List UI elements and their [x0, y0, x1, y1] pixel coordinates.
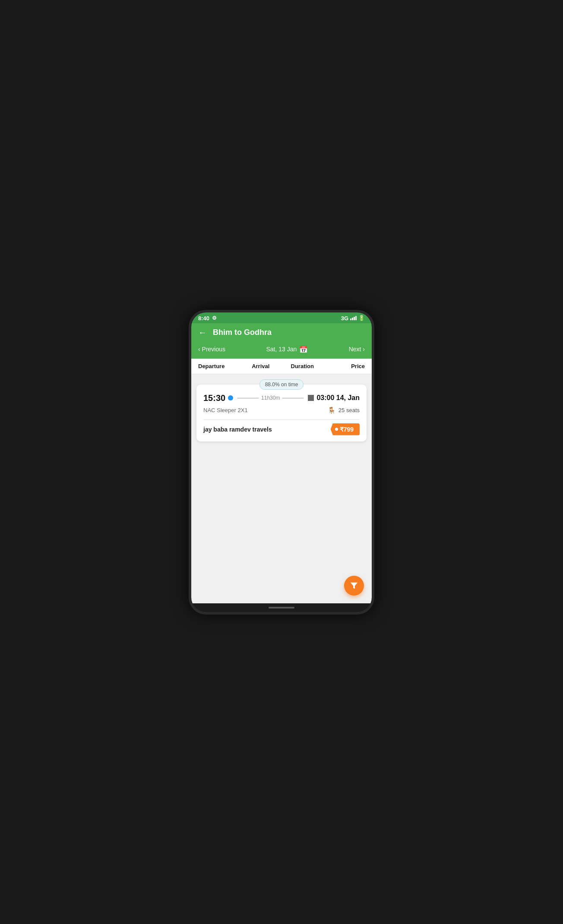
device-frame: 8:40 ⚙ 3G 🔋 ← Bhim to Godhra ‹ Previous … — [189, 310, 374, 615]
back-button[interactable]: ← — [198, 328, 207, 337]
bus-card-timing-row: 15:30 11h30m 03:00 14, Jan — [203, 393, 360, 403]
departure-time-value: 15:30 — [203, 393, 225, 403]
departure-column-header: Departure — [198, 363, 240, 369]
status-bar: 8:40 ⚙ 3G 🔋 — [191, 312, 372, 323]
duration-line-right — [282, 398, 304, 398]
price-value: ₹799 — [340, 426, 354, 433]
arrival-column-header: Arrival — [240, 363, 282, 369]
settings-icon: ⚙ — [212, 315, 217, 321]
current-date: Sat, 13 Jan 📅 — [266, 345, 308, 353]
bus-card-details-row: NAC Sleeper 2X1 🪑 25 seats — [203, 407, 360, 414]
home-indicator — [191, 603, 372, 612]
bus-card-bottom-row: jay baba ramdev travels ₹799 — [203, 423, 360, 435]
operator-name: jay baba ramdev travels — [203, 426, 272, 433]
route-title: Bhim to Godhra — [213, 328, 272, 337]
status-time: 8:40 — [198, 315, 209, 322]
duration-line-left — [237, 398, 259, 398]
price-dot-icon — [335, 428, 338, 431]
network-label: 3G — [341, 315, 348, 322]
header: ← Bhim to Godhra — [191, 323, 372, 342]
previous-date-button[interactable]: ‹ Previous — [198, 346, 225, 353]
date-label: Sat, 13 Jan — [266, 346, 297, 353]
bus-type-label: NAC Sleeper 2X1 — [203, 407, 248, 413]
departure-time: 15:30 — [203, 393, 233, 403]
bus-card[interactable]: 15:30 11h30m 03:00 14, Jan NAC — [196, 385, 367, 442]
duration-display: 11h30m — [237, 395, 304, 401]
duration-column-header: Duration — [282, 363, 323, 369]
arrival-square-icon — [308, 395, 314, 401]
departure-dot-icon — [228, 395, 233, 401]
arrival-time-value: 03:00 14, Jan — [316, 394, 360, 402]
arrival-info: 03:00 14, Jan — [308, 394, 360, 402]
filter-button[interactable] — [344, 576, 364, 596]
calendar-icon[interactable]: 📅 — [299, 345, 308, 353]
home-bar — [269, 607, 294, 609]
column-headers: Departure Arrival Duration Price — [191, 359, 372, 374]
bus-list: 88.0% on time 15:30 11h30m — [191, 374, 372, 603]
seats-count: 25 seats — [338, 407, 360, 413]
signal-icon — [350, 316, 357, 320]
battery-icon: 🔋 — [358, 315, 365, 321]
seat-icon: 🪑 — [328, 407, 336, 414]
filter-icon — [349, 581, 359, 590]
on-time-text: 88.0% on time — [265, 382, 298, 388]
bus-card-wrapper: 88.0% on time 15:30 11h30m — [196, 379, 367, 442]
price-column-header: Price — [323, 363, 365, 369]
duration-value: 11h30m — [261, 395, 280, 401]
date-navigation: ‹ Previous Sat, 13 Jan 📅 Next › — [191, 342, 372, 359]
seats-info: 🪑 25 seats — [328, 407, 360, 414]
on-time-badge: 88.0% on time — [259, 379, 304, 390]
card-divider — [203, 419, 360, 420]
price-tag[interactable]: ₹799 — [331, 423, 360, 435]
next-date-button[interactable]: Next › — [349, 346, 365, 353]
